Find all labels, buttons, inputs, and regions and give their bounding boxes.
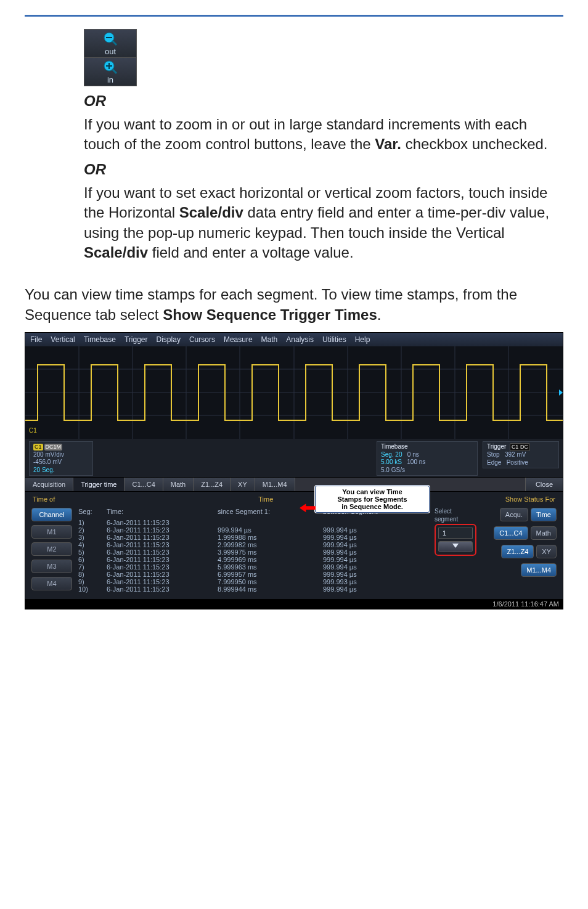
chip-m2[interactable]: M2 (31, 542, 72, 556)
trg-slope: Positive (507, 459, 528, 466)
zoom-out-label: out (84, 47, 136, 56)
callout-l3: in Sequence Mode. (321, 503, 424, 510)
cell-time: 6-Jan-2011 11:15:23 (107, 556, 218, 563)
cell-time: 6-Jan-2011 11:15:23 (107, 578, 218, 585)
menu-display[interactable]: Display (157, 335, 181, 344)
p3b: . (377, 306, 382, 323)
dialog-tabs: Acquisition Trigger time C1...C4 Math Z1… (25, 477, 563, 492)
left-chip-column: Channel M1 M2 M3 M4 (31, 508, 72, 593)
timebase-info-box[interactable]: Timebase Seg. 20 0 ns 5.00 kS 100 ns 5.0… (377, 441, 478, 476)
menubar: File Vertical Timebase Trigger Display C… (25, 333, 563, 346)
coupling-badge: DC1M (44, 444, 63, 450)
zoom-in-button[interactable]: in (84, 58, 136, 86)
cell-since: 4.999969 ms (218, 556, 323, 563)
menu-math[interactable]: Math (261, 335, 278, 344)
tab-c1c4[interactable]: C1...C4 (125, 478, 163, 491)
p2-bold2: Scale/div (84, 244, 148, 261)
segsel-label-a: Select (435, 508, 476, 515)
menu-measure[interactable]: Measure (224, 335, 253, 344)
tab-xy[interactable]: XY (231, 478, 255, 491)
tab-math[interactable]: Math (163, 478, 194, 491)
cell-between: 999.994 µs (323, 534, 428, 541)
cell-time: 6-Jan-2011 11:15:23 (107, 534, 218, 541)
cell-time: 6-Jan-2011 11:15:23 (107, 563, 218, 571)
waveform-grid[interactable]: C1 (25, 346, 563, 439)
cell-between: 999.994 µs (323, 526, 428, 534)
tb-rate: 5.0 GS/s (381, 467, 473, 475)
cell-seg: 8) (78, 571, 107, 578)
btn-z1z4[interactable]: Z1...Z4 (501, 545, 534, 558)
cell-between: 999.994 µs (323, 541, 428, 548)
cell-seg: 10) (78, 585, 107, 593)
paragraph-2: If you want to set exact horizontal or v… (84, 183, 563, 263)
tb-title: Timebase (381, 443, 473, 451)
cell-seg: 6) (78, 556, 107, 563)
menu-trigger[interactable]: Trigger (125, 335, 148, 344)
c1-badge: C1 (33, 444, 43, 450)
btn-c1c4[interactable]: C1...C4 (494, 526, 528, 540)
menu-file[interactable]: File (30, 335, 42, 344)
cell-between: 999.994 µs (323, 556, 428, 563)
btn-xy[interactable]: XY (536, 545, 557, 558)
segsel-value[interactable]: 1 (438, 528, 473, 539)
trg-level: 392 mV (505, 451, 526, 458)
segsel-dropdown[interactable] (438, 541, 473, 552)
cell-between: 999.993 µs (323, 578, 428, 585)
table-row: 7)6-Jan-2011 11:15:235.999963 ms999.994 … (78, 563, 428, 571)
p2c: field and enter a voltage value. (148, 244, 354, 261)
trigger-info-box[interactable]: Trigger C1 DC Stop 392 mV Edge Positive (483, 441, 559, 468)
menu-timebase[interactable]: Timebase (84, 335, 116, 344)
menu-cursors[interactable]: Cursors (189, 335, 215, 344)
chip-m3[interactable]: M3 (31, 560, 72, 573)
btn-acqu[interactable]: Acqu. (500, 508, 528, 521)
cell-seg: 4) (78, 541, 107, 548)
paragraph-1: If you want to zoom in or out in large s… (84, 115, 563, 155)
menu-analysis[interactable]: Analysis (286, 335, 314, 344)
trg-title: Trigger (487, 443, 506, 450)
cell-seg: 3) (78, 534, 107, 541)
zoom-out-icon (102, 31, 118, 47)
table-row: 2)6-Jan-2011 11:15:23999.994 µs999.994 µ… (78, 526, 428, 534)
tab-m1m4[interactable]: M1...M4 (255, 478, 295, 491)
cell-between: 999.994 µs (323, 548, 428, 556)
cell-since: 5.999963 ms (218, 563, 323, 571)
svg-line-6 (112, 69, 116, 73)
cell-since: 2.999982 ms (218, 541, 323, 548)
tab-z1z4[interactable]: Z1...Z4 (194, 478, 231, 491)
cell-time: 6-Jan-2011 11:15:23 (107, 548, 218, 556)
btn-m1m4[interactable]: M1...M4 (521, 563, 557, 577)
cell-seg: 2) (78, 526, 107, 534)
ch-seg: 20 Seg. (33, 467, 89, 475)
btn-time[interactable]: Time (531, 508, 557, 521)
cell-since: 999.994 µs (218, 526, 323, 534)
chip-channel[interactable]: Channel (31, 508, 72, 521)
hdr-time: Time: (107, 508, 218, 515)
cell-since (218, 519, 323, 526)
cell-between: 999.994 µs (323, 571, 428, 578)
zoom-out-button[interactable]: out (84, 30, 136, 58)
chip-m4[interactable]: M4 (31, 577, 72, 590)
svg-rect-1 (106, 37, 112, 38)
btn-math[interactable]: Math (531, 526, 557, 540)
table-row: 8)6-Jan-2011 11:15:236.999957 ms999.994 … (78, 571, 428, 578)
callout-l2: Stamps for Segments (321, 495, 424, 503)
info-row: C1DC1M 200 mV/div -456.0 mV 20 Seg. Time… (25, 439, 563, 477)
tab-acquisition[interactable]: Acquisition (25, 478, 73, 491)
trg-edge: Edge (487, 459, 501, 466)
close-button[interactable]: Close (525, 478, 563, 491)
cell-time: 6-Jan-2011 11:15:23 (107, 571, 218, 578)
cell-since: 1.999988 ms (218, 534, 323, 541)
paragraph-3: You can view time stamps for each segmen… (25, 285, 563, 325)
right-button-column: Acqu. Time C1...C4 Math Z1...Z4 XY M1...… (483, 508, 557, 593)
table-row: 10)6-Jan-2011 11:15:238.999944 ms999.994… (78, 585, 428, 593)
svg-marker-22 (452, 544, 459, 548)
table-row: 3)6-Jan-2011 11:15:231.999988 ms999.994 … (78, 534, 428, 541)
cell-seg: 7) (78, 563, 107, 571)
chip-m1[interactable]: M1 (31, 525, 72, 539)
chevron-down-icon (451, 542, 460, 548)
menu-utilities[interactable]: Utilities (322, 335, 346, 344)
menu-help[interactable]: Help (355, 335, 370, 344)
tab-trigger-time[interactable]: Trigger time (73, 478, 125, 491)
menu-vertical[interactable]: Vertical (51, 335, 75, 344)
channel-info-box[interactable]: C1DC1M 200 mV/div -456.0 mV 20 Seg. (29, 441, 93, 476)
